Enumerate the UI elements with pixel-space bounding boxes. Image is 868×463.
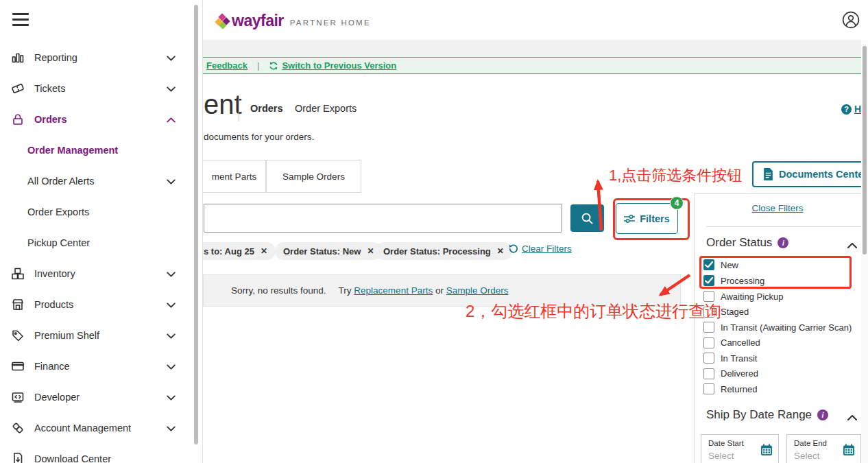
sidebar-item-label: All Order Alerts: [27, 176, 95, 187]
checkbox-delivered[interactable]: [703, 368, 714, 379]
no-results-message: Sorry, no results found.: [231, 285, 326, 296]
sidebar-item-download-center[interactable]: Download Center: [0, 443, 192, 463]
filter-chip-status-processing[interactable]: Order Status: Processing ✕: [375, 242, 512, 260]
checkbox-in-transit-awaiting[interactable]: [703, 322, 714, 333]
sidebar-item-label: Inventory: [34, 268, 75, 279]
feedback-banner: Feedback | Switch to Previous Version: [203, 57, 861, 74]
feedback-link[interactable]: Feedback: [206, 60, 248, 71]
try-label: Try: [339, 285, 352, 296]
hamburger-menu-icon[interactable]: [12, 13, 29, 26]
sidebar-item-inventory[interactable]: Inventory: [0, 258, 192, 289]
sidebar-item-pickup-center[interactable]: Pickup Center: [0, 227, 192, 258]
filter-chip-status-new[interactable]: Order Status: New ✕: [275, 242, 382, 260]
date-end-picker[interactable]: Date End Select: [786, 434, 861, 463]
sidebar-item-label: Orders: [34, 114, 67, 125]
sidebar-item-products[interactable]: Products: [0, 289, 192, 320]
chip-remove-icon[interactable]: ✕: [261, 246, 267, 256]
download-document-icon: [11, 451, 25, 463]
partner-home-label: PARTNER HOME: [290, 19, 371, 27]
document-icon: [763, 168, 773, 180]
chip-remove-icon[interactable]: ✕: [367, 246, 374, 256]
tab-orders[interactable]: Orders: [250, 103, 283, 114]
tab-replacement-parts[interactable]: ment Parts: [203, 160, 266, 192]
checkbox-row-returned[interactable]: Returned: [703, 381, 757, 396]
info-icon[interactable]: i: [777, 237, 788, 248]
tab-sample-orders-label: Sample Orders: [282, 171, 345, 182]
order-status-heading: Order Status i: [706, 236, 788, 250]
sidebar-item-account-management[interactable]: Account Management: [0, 412, 192, 443]
sidebar-item-label: Finance: [34, 361, 70, 372]
sidebar-item-label: Download Center: [34, 453, 111, 463]
filter-chip-ship-date[interactable]: s to: Aug 25 ✕: [195, 242, 276, 260]
tabs-bottom-border: [203, 192, 361, 193]
replacement-parts-link[interactable]: Replacement Parts: [354, 285, 433, 296]
chip-label: s to: Aug 25: [204, 246, 254, 257]
tab-replacement-parts-label: ment Parts: [212, 171, 256, 182]
info-icon[interactable]: i: [817, 409, 828, 420]
top-header: wayfair PARTNER HOME: [203, 0, 868, 40]
close-filters-link[interactable]: Close Filters: [751, 203, 803, 213]
sidebar-scrollbar-thumb[interactable]: [194, 5, 198, 444]
sidebar-item-tickets[interactable]: Tickets: [0, 73, 192, 104]
date-start-label: Date Start: [708, 439, 744, 447]
page-title-fragment: ent: [204, 89, 242, 120]
calendar-icon[interactable]: [760, 444, 773, 459]
documents-center-button[interactable]: Documents Center: [752, 161, 868, 187]
date-end-label: Date End: [794, 439, 827, 447]
sidebar-item-orders[interactable]: Orders: [0, 104, 192, 134]
or-label: or: [435, 285, 444, 296]
bar-chart-icon: [11, 50, 25, 64]
annotation-box-order-status: [699, 256, 852, 289]
main-scrollbar-thumb[interactable]: [863, 46, 867, 254]
sidebar-item-order-management[interactable]: Order Management: [0, 134, 192, 165]
title-divider: [239, 95, 239, 121]
knot-icon: [11, 420, 25, 435]
checkbox-in-transit[interactable]: [703, 353, 714, 364]
price-tag-icon: [11, 328, 25, 342]
search-icon: [581, 212, 594, 225]
checkbox-label: In Transit (Awaiting Carrier Scan): [721, 322, 852, 333]
clear-filters-link[interactable]: Clear Filters: [509, 244, 572, 254]
date-start-picker[interactable]: Date Start Select: [701, 434, 779, 463]
order-status-collapse-chevron[interactable]: [847, 239, 857, 251]
tab-order-exports[interactable]: Order Exports: [295, 103, 357, 114]
wayfair-logo[interactable]: wayfair PARTNER HOME: [216, 12, 371, 30]
checkbox-returned[interactable]: [703, 383, 714, 394]
sidebar: Reporting Tickets Orders Order Managemen…: [0, 0, 203, 463]
account-icon[interactable]: [842, 11, 860, 29]
ship-by-collapse-chevron[interactable]: [847, 411, 857, 423]
sidebar-item-order-exports[interactable]: Order Exports: [0, 196, 192, 227]
checkbox-cancelled[interactable]: [703, 337, 714, 348]
checkbox-row-delivered[interactable]: Delivered: [703, 366, 758, 381]
checkbox-row-cancelled[interactable]: Cancelled: [703, 335, 760, 351]
sidebar-item-label: Pickup Center: [27, 237, 90, 248]
chip-label: Order Status: New: [283, 246, 361, 257]
sidebar-item-reporting[interactable]: Reporting: [0, 42, 192, 73]
sample-orders-link[interactable]: Sample Orders: [446, 285, 509, 296]
checkbox-row-in-transit[interactable]: In Transit: [703, 351, 757, 366]
sidebar-item-developer[interactable]: Developer: [0, 381, 192, 412]
search-input[interactable]: [204, 204, 562, 233]
sidebar-item-label: Developer: [34, 392, 80, 403]
search-button[interactable]: [570, 204, 604, 232]
date-end-value: Select: [794, 451, 820, 461]
sidebar-item-finance[interactable]: Finance: [0, 351, 192, 381]
switch-previous-version-link[interactable]: Switch to Previous Version: [282, 60, 396, 71]
sidebar-item-label: Order Exports: [27, 206, 89, 217]
tab-sample-orders[interactable]: Sample Orders: [266, 160, 361, 192]
calendar-icon[interactable]: [843, 444, 855, 459]
documents-center-label: Documents Center: [779, 169, 867, 180]
sidebar-item-label: Account Management: [34, 423, 131, 434]
sidebar-item-label: Order Management: [27, 145, 118, 156]
checkbox-label: Awaiting Pickup: [721, 292, 784, 302]
sidebar-item-all-order-alerts[interactable]: All Order Alerts: [0, 165, 192, 196]
chip-remove-icon[interactable]: ✕: [497, 246, 504, 256]
sidebar-item-premium-shelf[interactable]: Premium Shelf: [0, 320, 192, 351]
date-start-value: Select: [708, 451, 734, 461]
annotation-step1: 1,点击筛选条件按钮: [609, 165, 742, 186]
credit-card-icon: [11, 359, 25, 373]
checkbox-row-in-transit-awaiting[interactable]: In Transit (Awaiting Carrier Scan): [703, 320, 852, 335]
order-status-title: Order Status: [706, 236, 772, 250]
padlock-icon: [11, 112, 25, 126]
banner-separator: |: [257, 60, 259, 71]
